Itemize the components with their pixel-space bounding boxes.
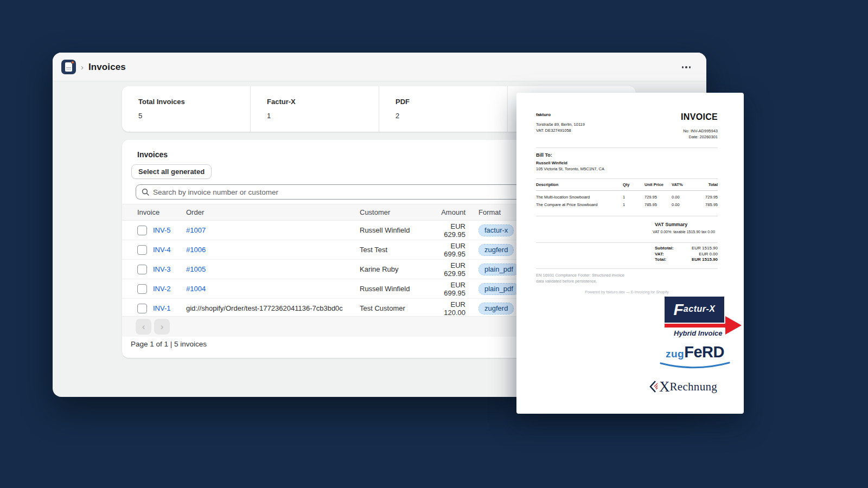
amount-value: EUR 629.95 (427, 222, 465, 239)
pdf-company-address: Torstraße 89, Berlin, 10119 (536, 122, 585, 128)
format-badge: factur-x (478, 224, 514, 236)
amount-value: EUR 699.95 (427, 281, 465, 297)
stat: Factur-X1 (250, 86, 379, 132)
pdf-items-table: Description Qty Unit Price VAT% Total Th… (536, 182, 718, 209)
select-all-generated-button[interactable]: Select all generated (131, 164, 212, 179)
stat-value: 5 (138, 112, 250, 120)
row-checkbox[interactable] (137, 226, 147, 235)
pdf-vat-summary-title: VAT Summary (655, 222, 718, 227)
invoice-link[interactable]: INV-5 (153, 226, 186, 234)
stat: PDF2 (379, 86, 507, 132)
stat-label: PDF (395, 98, 507, 106)
invoice-link[interactable]: INV-3 (153, 265, 186, 273)
stat: Total Invoices5 (122, 86, 250, 132)
customer-name: Test Customer (360, 304, 427, 312)
pdf-item-row: The Multi-location Snowboard1729.950.007… (536, 194, 718, 201)
facturx-subtitle: Hybrid Invoice (674, 329, 723, 337)
pdf-billto-address: 105 Victoria St, Toronto, M5C1N7, CA (536, 166, 718, 171)
pdf-billto-label: Bill To: (536, 152, 718, 158)
format-badge: zugferd (478, 303, 514, 314)
row-checkbox[interactable] (137, 265, 147, 274)
customer-name: Russell Winfield (360, 285, 427, 293)
pdf-company-name: fakturo (536, 112, 585, 117)
pdf-compliance-line2: data validated before persistence. (536, 279, 718, 285)
pdf-vat-summary-line: VAT 0.00%: taxable 1515.90 tax 0.00 (653, 230, 718, 234)
app-logo-icon (61, 60, 76, 74)
facturx-arrowhead-icon (725, 316, 742, 335)
invoice-link[interactable]: INV-2 (153, 285, 186, 293)
pdf-company-vat: VAT: DE327491058 (536, 128, 585, 134)
more-actions-button[interactable] (678, 63, 694, 72)
customer-name: Test Test (360, 246, 427, 254)
search-icon (142, 188, 149, 196)
stat-label: Total Invoices (138, 98, 250, 106)
pdf-total-row: VAT:EUR 0.00 (655, 252, 718, 258)
column-header-order: Order (186, 208, 360, 216)
pdf-invoice-date: Date: 20260301 (681, 134, 718, 140)
zugferd-swoosh-icon (659, 362, 731, 370)
customer-name: Russell Winfield (360, 226, 427, 234)
column-header-amount: Amount (427, 208, 465, 216)
breadcrumb: › Invoices (61, 60, 126, 74)
pdf-powered-by: Powered by fakturo.dev — E-Invoicing for… (536, 290, 718, 294)
pdf-doc-title: INVOICE (681, 112, 718, 122)
pagination-summary: Page 1 of 1 | 5 invoices (131, 340, 207, 348)
pdf-invoice-number: No: INV-AD995943 (681, 129, 718, 134)
pdf-totals: Subtotal:EUR 1515.90VAT:EUR 0.00Total:EU… (536, 246, 718, 263)
format-badge: plain_pdf (478, 283, 519, 295)
column-header-invoice: Invoice (137, 208, 186, 216)
stat-label: Factur-X (267, 98, 379, 106)
pdf-item-row: The Compare at Price Snowboard1785.950.0… (536, 201, 718, 209)
stat-value: 1 (267, 112, 379, 120)
app-header: › Invoices (53, 53, 706, 81)
prev-page-button[interactable]: ‹ (136, 319, 151, 335)
zugferd-logo: zugFeRD (655, 343, 735, 373)
next-page-button[interactable]: › (154, 319, 170, 335)
kebab-dot-icon (689, 66, 691, 68)
facturx-logo: Factur-X Hybrid Invoice (651, 297, 743, 343)
pdf-total-row: Total:EUR 1515.90 (655, 257, 718, 263)
amount-value: EUR 699.95 (427, 242, 465, 258)
facturx-arrow (665, 324, 725, 328)
order-link[interactable]: #1006 (186, 246, 360, 254)
kebab-dot-icon (682, 66, 684, 68)
format-badge: plain_pdf (478, 264, 519, 275)
invoice-pdf-preview: fakturo Torstraße 89, Berlin, 10119 VAT:… (516, 93, 744, 414)
order-id: gid://shopify/Order/test-1772362041136-7… (186, 304, 360, 312)
notification-dot (71, 61, 74, 64)
pdf-compliance-line1: EN 16931 Compliance Footer: Structured i… (536, 273, 718, 279)
row-checkbox[interactable] (137, 304, 147, 313)
kebab-dot-icon (685, 66, 687, 68)
stat-value: 2 (395, 112, 507, 120)
pdf-total-row: Subtotal:EUR 1515.90 (655, 246, 718, 252)
order-link[interactable]: #1004 (186, 285, 360, 293)
page-title: Invoices (88, 62, 126, 73)
customer-name: Karine Ruby (360, 265, 427, 273)
format-badge: zugferd (478, 244, 514, 256)
breadcrumb-chevron-icon: › (81, 62, 84, 72)
order-link[interactable]: #1007 (186, 226, 360, 234)
xrechnung-chevron-icon (648, 379, 659, 394)
amount-value: EUR 629.95 (427, 261, 465, 278)
invoice-link[interactable]: INV-1 (153, 304, 186, 312)
pdf-billto-name: Russell Winfield (536, 160, 718, 165)
xrechnung-logo: XRechnung (648, 379, 717, 394)
card-title: Invoices (137, 150, 168, 159)
row-checkbox[interactable] (137, 245, 147, 255)
invoice-link[interactable]: INV-4 (153, 246, 186, 254)
amount-value: EUR 120.00 (427, 300, 465, 317)
column-header-customer: Customer (360, 208, 427, 216)
row-checkbox[interactable] (137, 284, 147, 294)
order-link[interactable]: #1005 (186, 265, 360, 273)
